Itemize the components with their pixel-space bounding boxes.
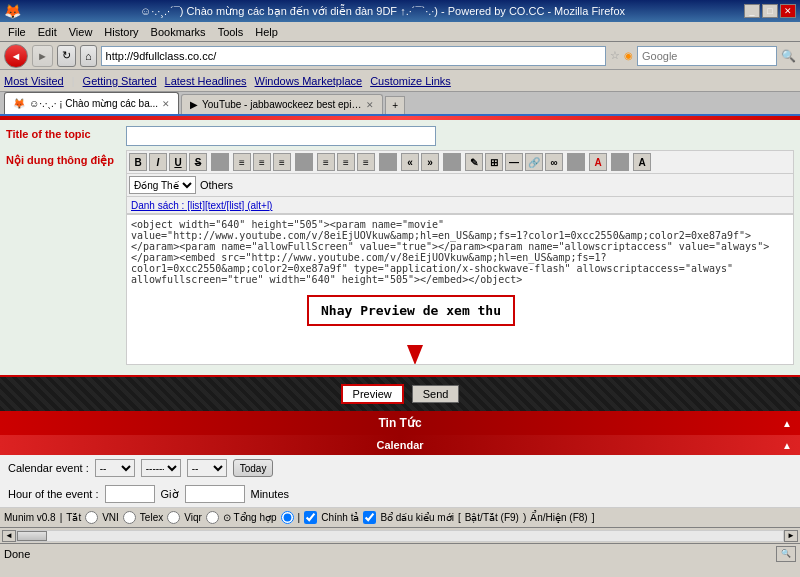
maximize-button[interactable]: □ [762, 4, 778, 18]
list-unordered-button[interactable]: ≡ [337, 153, 355, 171]
battat-label: Bật/Tắt (F9) [465, 512, 519, 523]
bodau-checkbox[interactable] [363, 511, 376, 524]
list-ordered-button[interactable]: ≡ [317, 153, 335, 171]
browser-icon: 🦊 [4, 3, 21, 19]
title-input[interactable] [126, 126, 436, 146]
underline-button[interactable]: U [169, 153, 187, 171]
gio-label: Giờ [161, 488, 179, 501]
font-size-button[interactable]: A [633, 153, 651, 171]
minutes-input[interactable] [185, 485, 245, 503]
bottom-section: Tin Tức ▲ Calendar ▲ Calendar event : --… [0, 411, 800, 507]
separator-1 [211, 153, 229, 171]
tat-radio[interactable] [85, 511, 98, 524]
list-link-row: Danh sách : [list][text/[list] (alt+l) [127, 197, 793, 214]
telex-radio[interactable] [167, 511, 180, 524]
vni-radio[interactable] [123, 511, 136, 524]
send-button[interactable]: Send [412, 385, 460, 403]
expand-icon[interactable]: ▲ [782, 418, 792, 429]
bookmarks-bar: Most Visited | Getting Started Latest He… [0, 70, 800, 92]
separator-4 [443, 153, 461, 171]
minimize-button[interactable]: _ [744, 4, 760, 18]
search-input[interactable] [637, 46, 777, 66]
unlink-button[interactable]: ∞ [545, 153, 563, 171]
tabs-bar: 🦊 ☺·.·¸.· ¡ Chào mừng các ba... ✕ ▶ YouT… [0, 92, 800, 116]
align-center-button[interactable]: ≡ [253, 153, 271, 171]
horizontal-scrollbar[interactable]: ◄ ► [0, 527, 800, 543]
viqr-separator-2: | [298, 512, 301, 523]
today-button[interactable]: Today [233, 459, 274, 477]
bold-button[interactable]: B [129, 153, 147, 171]
forward-button[interactable]: ► [32, 45, 53, 67]
viqr-radio[interactable] [206, 511, 219, 524]
separator-5 [567, 153, 585, 171]
chinhta-checkbox[interactable] [304, 511, 317, 524]
title-row: Title of the topic [6, 126, 794, 146]
munim-label: Munim v0.8 [4, 512, 56, 523]
bookmark-getting-started[interactable]: Getting Started [83, 75, 157, 87]
zoom-button[interactable]: 🔍 [776, 546, 796, 562]
new-tab-button[interactable]: + [385, 96, 405, 114]
preview-button[interactable]: Preview [341, 384, 404, 404]
scroll-right-button[interactable]: ► [784, 530, 798, 542]
separator-2 [295, 153, 313, 171]
bookmark-latest-headlines[interactable]: Latest Headlines [165, 75, 247, 87]
strikethrough-button[interactable]: S [189, 153, 207, 171]
indent-button[interactable]: ≡ [357, 153, 375, 171]
close-button[interactable]: ✕ [780, 4, 796, 18]
menu-file[interactable]: File [2, 24, 32, 40]
hour-event-row: Hour of the event : Giờ Minutes [0, 481, 800, 507]
link-button[interactable]: 🔗 [525, 153, 543, 171]
home-button[interactable]: ⌂ [80, 45, 97, 67]
tab-close-1[interactable]: ✕ [366, 100, 374, 110]
align-left-button[interactable]: ≡ [233, 153, 251, 171]
back-button[interactable]: ◄ [4, 44, 28, 68]
bookmark-customize-links[interactable]: Customize Links [370, 75, 451, 87]
address-input[interactable] [101, 46, 606, 66]
star-icon[interactable]: ☆ [610, 49, 620, 62]
menu-bookmarks[interactable]: Bookmarks [145, 24, 212, 40]
tab-active[interactable]: 🦊 ☺·.·¸.· ¡ Chào mừng các ba... ✕ [4, 92, 179, 114]
list-link[interactable]: Danh sách : [list][text/[list] (alt+l) [131, 200, 272, 211]
viqr-bar: Munim v0.8 | Tắt VNI Telex Viqr ⊙ Tổng h… [0, 507, 800, 527]
tooltip-arrow [407, 345, 423, 364]
anhien-label: Ẩn/Hiện (F8) [530, 512, 587, 523]
calendar-month-select[interactable]: -- [95, 459, 135, 477]
menu-history[interactable]: History [98, 24, 144, 40]
calendar-day-select[interactable]: -------- [141, 459, 181, 477]
tab-youtube[interactable]: ▶ YouTube - jabbawockeez best episodes ✕ [181, 94, 383, 114]
menu-edit[interactable]: Edit [32, 24, 63, 40]
scroll-left-button[interactable]: ◄ [2, 530, 16, 542]
toolbar-row-2: Đồng Thế Others [127, 174, 793, 197]
hour-input[interactable] [105, 485, 155, 503]
menu-tools[interactable]: Tools [212, 24, 250, 40]
refresh-button[interactable]: ↻ [57, 45, 76, 67]
menu-view[interactable]: View [63, 24, 99, 40]
align-right-button[interactable]: ≡ [273, 153, 291, 171]
table-button[interactable]: ⊞ [485, 153, 503, 171]
toolbar-row-1: B I U S ≡ ≡ ≡ ≡ ≡ ≡ « » [127, 151, 793, 174]
tab-close-0[interactable]: ✕ [162, 99, 170, 109]
menu-help[interactable]: Help [249, 24, 284, 40]
font-color-button[interactable]: A [589, 153, 607, 171]
title-label: Title of the topic [6, 126, 126, 140]
window-title: ☺·.·¸.·´¯) Chào mừng các bạn đến với diễ… [21, 5, 744, 18]
search-icon[interactable]: 🔍 [781, 49, 796, 63]
calendar-expand-icon[interactable]: ▲ [782, 440, 792, 451]
bookmark-most-visited[interactable]: Most Visited [4, 75, 64, 87]
image-button[interactable]: ✎ [465, 153, 483, 171]
status-bar: Done 🔍 [0, 543, 800, 563]
editor-text: <object width="640" height="505"><param … [131, 219, 789, 360]
unquote-button[interactable]: » [421, 153, 439, 171]
italic-button[interactable]: I [149, 153, 167, 171]
scrollbar-thumb[interactable] [17, 531, 47, 541]
hr-button[interactable]: — [505, 153, 523, 171]
bookmark-windows-marketplace[interactable]: Windows Marketplace [255, 75, 363, 87]
window-controls[interactable]: _ □ ✕ [744, 4, 796, 18]
action-bar: Preview Send [0, 375, 800, 411]
font-select[interactable]: Đồng Thế [129, 176, 196, 194]
quote-button[interactable]: « [401, 153, 419, 171]
calendar-year-select[interactable]: -- [187, 459, 227, 477]
editor-content[interactable]: <object width="640" height="505"><param … [127, 214, 793, 364]
title-bar: 🦊 ☺·.·¸.·´¯) Chào mừng các bạn đến với d… [0, 0, 800, 22]
tonghop-radio[interactable] [281, 511, 294, 524]
